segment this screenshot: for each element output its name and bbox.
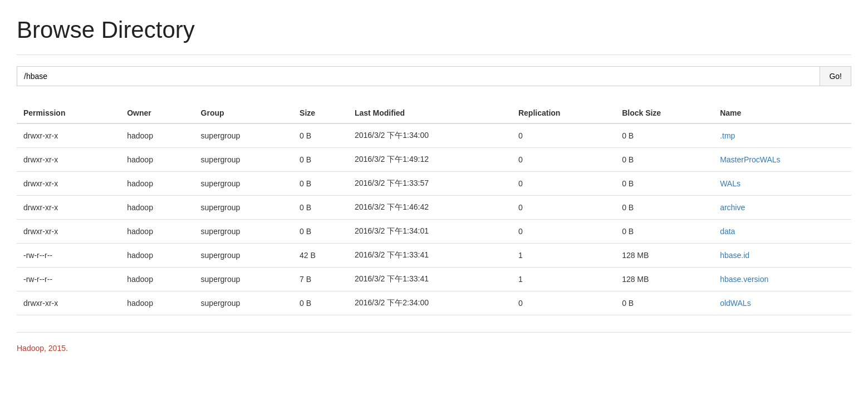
- cell-replication: 1: [512, 268, 615, 291]
- footer-divider: [17, 332, 851, 333]
- cell-group: supergroup: [194, 148, 293, 172]
- cell-last_modified: 2016/3/2 下午1:34:00: [348, 123, 512, 148]
- directory-table: Permission Owner Group Size Last Modifie…: [17, 103, 851, 315]
- file-link[interactable]: archive: [720, 203, 745, 212]
- cell-group: supergroup: [194, 123, 293, 148]
- table-row: drwxr-xr-xhadoopsupergroup0 B2016/3/2 下午…: [17, 148, 851, 172]
- cell-last_modified: 2016/3/2 下午1:34:01: [348, 220, 512, 244]
- cell-owner: hadoop: [120, 244, 194, 268]
- cell-block_size: 0 B: [615, 148, 713, 172]
- cell-replication: 0: [512, 123, 615, 148]
- cell-size: 0 B: [293, 148, 348, 172]
- cell-replication: 0: [512, 196, 615, 220]
- col-header-owner: Owner: [120, 103, 194, 123]
- col-header-name: Name: [713, 103, 851, 123]
- table-row: drwxr-xr-xhadoopsupergroup0 B2016/3/2 下午…: [17, 172, 851, 196]
- cell-replication: 1: [512, 244, 615, 268]
- cell-owner: hadoop: [120, 291, 194, 315]
- table-header-row: Permission Owner Group Size Last Modifie…: [17, 103, 851, 123]
- cell-size: 42 B: [293, 244, 348, 268]
- table-row: -rw-r--r--hadoopsupergroup7 B2016/3/2 下午…: [17, 268, 851, 291]
- file-link[interactable]: WALs: [720, 179, 741, 188]
- cell-owner: hadoop: [120, 268, 194, 291]
- cell-permission: -rw-r--r--: [17, 244, 120, 268]
- cell-size: 0 B: [293, 220, 348, 244]
- cell-permission: drwxr-xr-x: [17, 148, 120, 172]
- cell-permission: drwxr-xr-x: [17, 196, 120, 220]
- cell-block_size: 0 B: [615, 196, 713, 220]
- cell-replication: 0: [512, 291, 615, 315]
- cell-last_modified: 2016/3/2 下午2:34:00: [348, 291, 512, 315]
- cell-group: supergroup: [194, 244, 293, 268]
- col-header-last-modified: Last Modified: [348, 103, 512, 123]
- cell-owner: hadoop: [120, 148, 194, 172]
- cell-group: supergroup: [194, 172, 293, 196]
- cell-size: 0 B: [293, 123, 348, 148]
- cell-group: supergroup: [194, 196, 293, 220]
- page-container: Browse Directory Go! Permission Owner Gr…: [0, 0, 868, 375]
- path-input[interactable]: [17, 66, 820, 86]
- cell-last_modified: 2016/3/2 下午1:33:41: [348, 268, 512, 291]
- cell-owner: hadoop: [120, 220, 194, 244]
- cell-size: 0 B: [293, 172, 348, 196]
- cell-permission: drwxr-xr-x: [17, 220, 120, 244]
- file-link[interactable]: oldWALs: [720, 299, 751, 308]
- cell-size: 7 B: [293, 268, 348, 291]
- cell-replication: 0: [512, 220, 615, 244]
- table-row: drwxr-xr-xhadoopsupergroup0 B2016/3/2 下午…: [17, 291, 851, 315]
- cell-permission: drwxr-xr-x: [17, 291, 120, 315]
- footer: Hadoop, 2015.: [17, 344, 851, 364]
- cell-permission: drwxr-xr-x: [17, 172, 120, 196]
- file-link[interactable]: hbase.version: [720, 275, 768, 284]
- cell-group: supergroup: [194, 220, 293, 244]
- go-button[interactable]: Go!: [820, 66, 851, 86]
- col-header-block-size: Block Size: [615, 103, 713, 123]
- col-header-size: Size: [293, 103, 348, 123]
- file-link[interactable]: .tmp: [720, 131, 735, 140]
- cell-block_size: 0 B: [615, 172, 713, 196]
- table-row: drwxr-xr-xhadoopsupergroup0 B2016/3/2 下午…: [17, 220, 851, 244]
- cell-replication: 0: [512, 148, 615, 172]
- col-header-group: Group: [194, 103, 293, 123]
- cell-owner: hadoop: [120, 172, 194, 196]
- file-link[interactable]: data: [720, 227, 735, 236]
- cell-block_size: 128 MB: [615, 244, 713, 268]
- cell-permission: -rw-r--r--: [17, 268, 120, 291]
- search-bar: Go!: [17, 66, 851, 86]
- cell-last_modified: 2016/3/2 下午1:49:12: [348, 148, 512, 172]
- cell-group: supergroup: [194, 268, 293, 291]
- cell-last_modified: 2016/3/2 下午1:33:57: [348, 172, 512, 196]
- cell-owner: hadoop: [120, 123, 194, 148]
- cell-block_size: 0 B: [615, 220, 713, 244]
- cell-last_modified: 2016/3/2 下午1:46:42: [348, 196, 512, 220]
- file-link[interactable]: hbase.id: [720, 251, 749, 260]
- page-title: Browse Directory: [17, 17, 851, 43]
- cell-owner: hadoop: [120, 196, 194, 220]
- col-header-replication: Replication: [512, 103, 615, 123]
- cell-group: supergroup: [194, 291, 293, 315]
- cell-permission: drwxr-xr-x: [17, 123, 120, 148]
- table-row: drwxr-xr-xhadoopsupergroup0 B2016/3/2 下午…: [17, 196, 851, 220]
- table-row: drwxr-xr-xhadoopsupergroup0 B2016/3/2 下午…: [17, 123, 851, 148]
- col-header-permission: Permission: [17, 103, 120, 123]
- cell-size: 0 B: [293, 291, 348, 315]
- file-link[interactable]: MasterProcWALs: [720, 155, 780, 164]
- table-row: -rw-r--r--hadoopsupergroup42 B2016/3/2 下…: [17, 244, 851, 268]
- top-divider: [17, 55, 851, 55]
- cell-last_modified: 2016/3/2 下午1:33:41: [348, 244, 512, 268]
- cell-block_size: 0 B: [615, 123, 713, 148]
- cell-replication: 0: [512, 172, 615, 196]
- cell-block_size: 0 B: [615, 291, 713, 315]
- cell-block_size: 128 MB: [615, 268, 713, 291]
- cell-size: 0 B: [293, 196, 348, 220]
